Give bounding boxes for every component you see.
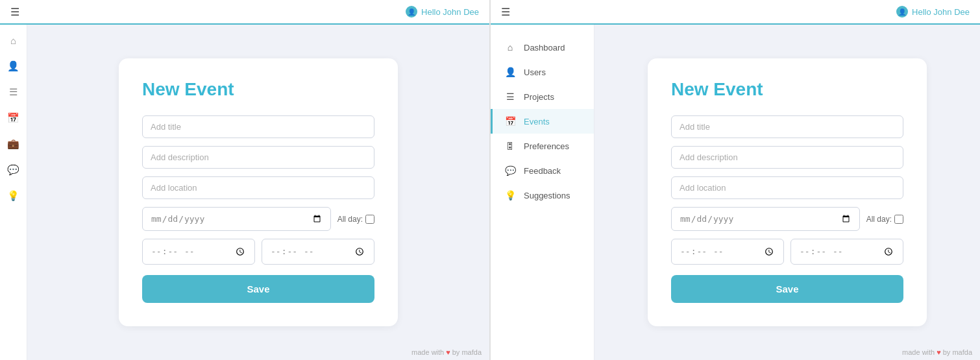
right-page-title: New Event	[671, 79, 903, 100]
sidebar-item-projects[interactable]: ☰ Projects	[491, 84, 594, 109]
right-datetime-row: All day:	[671, 207, 903, 231]
left-user-greeting: Hello John Dee	[421, 7, 479, 17]
left-event-card: New Event All day: Save	[119, 58, 398, 326]
right-user-info: 👤 Hello John Dee	[896, 6, 970, 18]
right-event-card: New Event All day: Save	[648, 58, 927, 326]
left-date-input[interactable]	[142, 207, 331, 231]
right-start-time-input[interactable]	[671, 239, 784, 265]
sidebar-item-feedback-label: Feedback	[524, 166, 561, 176]
right-menu-icon[interactable]: ☰	[501, 6, 510, 18]
left-title-input[interactable]	[142, 115, 374, 138]
right-title-group	[671, 115, 903, 138]
sidebar-icon-home[interactable]: ⌂	[6, 35, 21, 46]
sidebar-icon-users[interactable]: 👤	[6, 60, 21, 72]
left-description-input[interactable]	[142, 146, 374, 169]
projects-icon: ☰	[504, 91, 516, 102]
right-allday-checkbox[interactable]	[894, 215, 903, 224]
sidebar-item-feedback[interactable]: 💬 Feedback	[491, 158, 594, 183]
sidebar-item-projects-label: Projects	[524, 92, 554, 102]
sidebar-item-preferences-label: Preferences	[524, 141, 569, 151]
left-description-group	[142, 146, 374, 169]
feedback-icon: 💬	[504, 165, 516, 176]
right-description-input[interactable]	[671, 146, 903, 169]
sidebar-item-suggestions[interactable]: 💡 Suggestions	[491, 183, 594, 208]
sidebar-item-suggestions-label: Suggestions	[524, 191, 570, 200]
left-datetime-row: All day:	[142, 207, 374, 231]
left-location-input[interactable]	[142, 176, 374, 199]
users-icon: 👤	[504, 67, 516, 77]
right-sidebar-nav: ⌂ Dashboard 👤 Users ☰ Projects 📅 Events …	[491, 0, 594, 360]
dashboard-icon: ⌂	[504, 42, 516, 53]
right-save-button[interactable]: Save	[671, 275, 903, 303]
sidebar-icon-projects[interactable]: ☰	[6, 86, 21, 98]
left-allday-checkbox[interactable]	[365, 215, 374, 224]
right-end-time-input[interactable]	[790, 239, 903, 265]
right-title-input[interactable]	[671, 115, 903, 138]
left-page-title: New Event	[142, 79, 374, 100]
right-description-group	[671, 146, 903, 169]
sidebar-icon-events[interactable]: 📅	[6, 112, 21, 124]
left-user-avatar-icon: 👤	[406, 6, 417, 18]
right-time-row	[671, 239, 903, 265]
sidebar-icon-preferences[interactable]: 💼	[6, 138, 21, 150]
left-save-button[interactable]: Save	[142, 275, 374, 303]
left-header-bar: ☰ 👤 Hello John Dee	[0, 0, 489, 25]
right-allday-label: All day:	[866, 215, 903, 224]
sidebar-item-dashboard[interactable]: ⌂ Dashboard	[491, 35, 594, 60]
right-location-input[interactable]	[671, 176, 903, 199]
left-start-time-input[interactable]	[142, 239, 255, 265]
left-footer: made with ♥ by mafda	[411, 348, 482, 356]
left-main-content: New Event All day: Save	[27, 25, 489, 360]
left-menu-icon[interactable]: ☰	[10, 6, 19, 18]
right-date-input[interactable]	[671, 207, 860, 231]
right-heart-icon: ♥	[937, 348, 941, 356]
left-allday-label: All day:	[337, 215, 374, 224]
suggestions-icon: 💡	[504, 190, 516, 200]
left-end-time-input[interactable]	[262, 239, 374, 265]
sidebar-item-dashboard-label: Dashboard	[524, 43, 565, 53]
sidebar-item-users[interactable]: 👤 Users	[491, 60, 594, 84]
right-main-content: New Event All day: Save	[594, 25, 980, 360]
right-user-avatar-icon: 👤	[896, 6, 908, 18]
sidebar-icon-suggestions[interactable]: 💡	[6, 190, 21, 202]
sidebar-item-events-label: Events	[524, 117, 550, 126]
right-footer: made with ♥ by mafda	[902, 348, 972, 356]
sidebar-icon-feedback[interactable]: 💬	[6, 164, 21, 176]
left-time-row	[142, 239, 374, 265]
events-icon: 📅	[504, 116, 516, 126]
left-title-group	[142, 115, 374, 138]
preferences-icon: 🎛	[504, 141, 516, 151]
left-sidebar: ⌂ 👤 ☰ 📅 💼 💬 💡	[0, 0, 27, 360]
left-user-info: 👤 Hello John Dee	[406, 6, 479, 18]
right-user-greeting: Hello John Dee	[912, 7, 970, 17]
sidebar-item-events[interactable]: 📅 Events	[491, 109, 594, 134]
right-location-group	[671, 176, 903, 199]
sidebar-item-users-label: Users	[524, 67, 546, 77]
left-location-group	[142, 176, 374, 199]
right-header-bar: ☰ 👤 Hello John Dee	[491, 0, 980, 25]
left-heart-icon: ♥	[446, 348, 450, 356]
sidebar-item-preferences[interactable]: 🎛 Preferences	[491, 134, 594, 158]
